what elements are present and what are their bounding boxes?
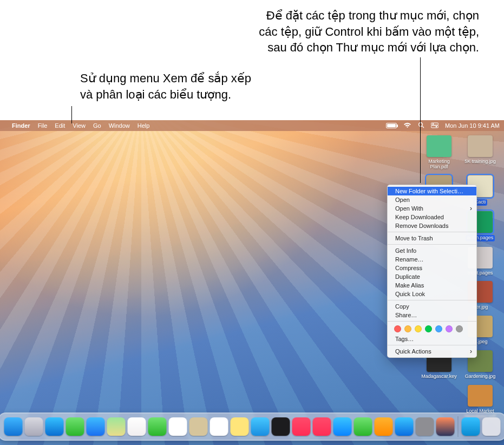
dock-app-notes[interactable] <box>230 417 248 436</box>
menu-item[interactable]: Duplicate <box>388 272 476 281</box>
menu-item[interactable]: New Folder with Selection (3 Items) <box>388 187 476 195</box>
menu-item[interactable]: Open With <box>388 204 476 213</box>
callout-line: Sử dụng menu Xem để sắp xếp <box>80 70 307 87</box>
dock-app-messages[interactable] <box>66 417 84 436</box>
svg-rect-2 <box>431 123 438 125</box>
menu-item[interactable]: Rename… <box>388 255 476 264</box>
dock-app-news[interactable] <box>312 417 331 436</box>
dock-app-trash[interactable] <box>482 417 500 436</box>
dock-app-launchpad[interactable] <box>24 417 43 436</box>
callout-line: sau đó chọn Thư mục mới với lựa chọn. <box>89 40 479 56</box>
menu-item[interactable]: Quick Look <box>388 290 476 298</box>
dock-app-phone-mirror[interactable] <box>436 417 454 436</box>
callout-leader-line <box>71 106 72 123</box>
menu-item[interactable]: Make Alias <box>388 281 476 290</box>
menu-item[interactable]: Keep Downloaded <box>388 213 476 221</box>
menu-item[interactable]: Quick Actions <box>388 347 476 356</box>
file-thumbnail <box>468 135 493 157</box>
desktop[interactable]: Finder FileEditViewGoWindowHelp Mon Jun … <box>0 120 504 445</box>
control-center-icon[interactable] <box>431 122 438 129</box>
callout-line: và phân loại các biểu tượng. <box>80 87 307 103</box>
tag-color-dot[interactable] <box>394 325 401 332</box>
menu-item[interactable]: Share… <box>388 311 476 319</box>
dock-app-mail[interactable] <box>86 417 104 436</box>
dock-app-calendar[interactable] <box>168 417 187 436</box>
dock-app-maps[interactable] <box>107 417 125 436</box>
menu-separator <box>388 300 476 300</box>
dock-app-freeform[interactable] <box>251 417 269 436</box>
tag-color-dot[interactable] <box>446 325 453 332</box>
dock-app-podcasts[interactable] <box>333 417 351 436</box>
dock-app-downloads[interactable] <box>461 417 480 436</box>
menu-item[interactable]: Compress <box>388 264 476 272</box>
wifi-icon[interactable] <box>403 122 411 129</box>
file-label: 5K training.jpg <box>464 159 496 165</box>
svg-point-0 <box>419 123 423 127</box>
dock-app-safari[interactable] <box>45 417 63 436</box>
svg-line-1 <box>422 126 424 128</box>
menu-separator <box>388 232 476 232</box>
menu-tag-colors <box>388 323 476 335</box>
context-menu: New Folder with Selection (3 Items)OpenO… <box>387 185 477 358</box>
menu-item[interactable]: Get Info <box>388 246 476 255</box>
app-menu[interactable]: Finder <box>12 122 30 129</box>
callout-leader-line <box>420 57 421 183</box>
dock-app-photos[interactable] <box>127 417 146 436</box>
menubar-item-help[interactable]: Help <box>138 122 150 129</box>
dock-app-tv[interactable] <box>271 417 290 436</box>
menu-item[interactable]: Remove Downloads <box>388 221 476 230</box>
file-label: Madagascar.key <box>421 374 457 379</box>
tag-color-dot[interactable] <box>404 325 411 332</box>
dock-app-finder[interactable] <box>4 417 22 436</box>
file-thumbnail <box>427 135 451 157</box>
file-thumbnail <box>468 385 493 407</box>
dock-app-reminders[interactable] <box>210 417 228 436</box>
dock-app-contacts[interactable] <box>189 417 207 436</box>
svg-point-4 <box>433 123 434 125</box>
menubar-datetime[interactable]: Mon Jun 10 9:41 AM <box>445 122 500 129</box>
file-label: Marketing Plan.pdf <box>420 159 458 170</box>
dock-app-facetime[interactable] <box>148 417 166 436</box>
svg-point-5 <box>436 126 437 127</box>
dock-app-music[interactable] <box>292 417 310 436</box>
menu-item[interactable]: Open <box>388 195 476 204</box>
tag-color-dot[interactable] <box>435 325 442 332</box>
menu-separator <box>388 345 476 345</box>
menu-item[interactable]: Tags… <box>388 335 476 343</box>
menu-item[interactable]: Move to Trash <box>388 234 476 243</box>
menubar-item-edit[interactable]: Edit <box>55 122 65 129</box>
menubar-item-window[interactable]: Window <box>109 122 130 129</box>
battery-icon[interactable] <box>386 123 397 128</box>
callout-line: Để đặt các tệp trong thư mục mới, chọn <box>89 8 479 24</box>
desktop-file[interactable]: 5K training.jpg <box>461 135 500 170</box>
tag-color-dot[interactable] <box>415 325 422 332</box>
menubar-item-view[interactable]: View <box>73 122 86 129</box>
menubar: Finder FileEditViewGoWindowHelp Mon Jun … <box>0 120 504 131</box>
spotlight-icon[interactable] <box>418 122 424 129</box>
callout-line: các tệp, giữ Control khi bấm vào một tệp… <box>89 24 479 40</box>
menu-separator <box>388 244 476 245</box>
desktop-file[interactable]: Marketing Plan.pdf <box>420 135 459 170</box>
callout-new-folder: Để đặt các tệp trong thư mục mới, chọn c… <box>89 8 479 56</box>
dock-app-numbers[interactable] <box>354 417 372 436</box>
dock-app-appstore[interactable] <box>395 417 413 436</box>
callout-view-menu: Sử dụng menu Xem để sắp xếp và phân loại… <box>80 70 307 102</box>
tag-color-dot[interactable] <box>425 325 432 332</box>
menu-separator <box>388 321 476 322</box>
menu-item[interactable]: Copy <box>388 302 476 311</box>
dock-app-settings[interactable] <box>415 417 434 436</box>
tag-color-dot[interactable] <box>456 325 463 332</box>
file-label: Gardening.jpg <box>465 374 496 379</box>
svg-rect-3 <box>431 126 438 128</box>
dock-app-pages[interactable] <box>374 417 392 436</box>
menubar-item-file[interactable]: File <box>38 122 48 129</box>
dock-divider <box>457 416 458 437</box>
dock <box>0 413 504 441</box>
menubar-item-go[interactable]: Go <box>93 122 101 129</box>
